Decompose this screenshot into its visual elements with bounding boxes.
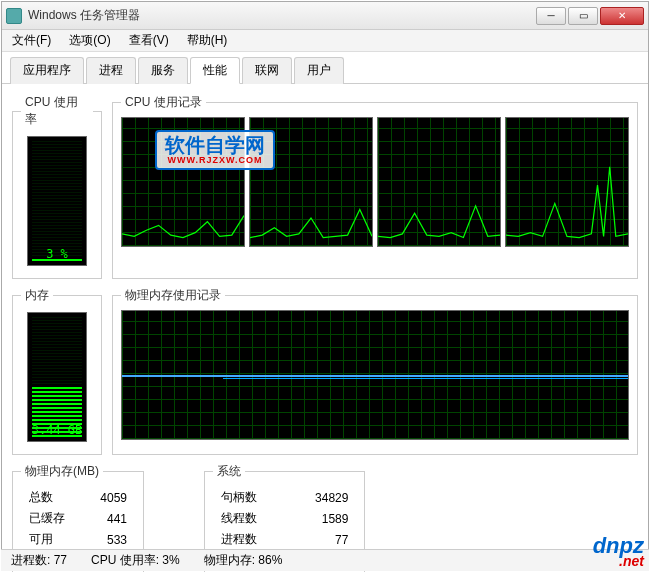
- cpu-graph-3: [505, 117, 629, 247]
- cpu-gauge-value: 3 %: [28, 247, 86, 261]
- memory-gauge: 3.44 GB: [27, 312, 87, 442]
- status-processes: 进程数: 77: [11, 552, 67, 569]
- cpu-graph-2: [377, 117, 501, 247]
- sys-threads-label: 线程数: [215, 509, 277, 528]
- phys-cached-label: 已缓存: [23, 509, 71, 528]
- cpu-history-label: CPU 使用记录: [121, 94, 206, 111]
- cpu-usage-panel: CPU 使用率 3 %: [12, 94, 102, 279]
- site-logo: dnpz .net: [593, 536, 644, 568]
- memory-graph: [121, 310, 629, 440]
- menu-bar: 文件(F) 选项(O) 查看(V) 帮助(H): [2, 30, 648, 52]
- tab-processes[interactable]: 进程: [86, 57, 136, 84]
- phys-total-value: 4059: [73, 488, 133, 507]
- memory-panel: 内存 3.44 GB: [12, 287, 102, 455]
- sys-procs-label: 进程数: [215, 530, 277, 549]
- phys-cached-value: 441: [73, 509, 133, 528]
- performance-panel: CPU 使用率 3 % CPU 使用记录 内存: [2, 84, 648, 534]
- app-icon: [6, 8, 22, 24]
- cpu-history-panel: CPU 使用记录: [112, 94, 638, 279]
- menu-view[interactable]: 查看(V): [125, 30, 173, 51]
- tab-applications[interactable]: 应用程序: [10, 57, 84, 84]
- watermark-url: WWW.RJZXW.COM: [165, 156, 265, 166]
- sys-threads-value: 1589: [279, 509, 354, 528]
- phys-mem-title: 物理内存(MB): [21, 463, 103, 480]
- phys-avail-value: 533: [73, 530, 133, 549]
- status-bar: 进程数: 77 CPU 使用率: 3% 物理内存: 86%: [1, 549, 649, 571]
- close-button[interactable]: ✕: [600, 7, 644, 25]
- sys-handles-label: 句柄数: [215, 488, 277, 507]
- status-cpu: CPU 使用率: 3%: [91, 552, 180, 569]
- minimize-button[interactable]: ─: [536, 7, 566, 25]
- phys-total-label: 总数: [23, 488, 71, 507]
- maximize-button[interactable]: ▭: [568, 7, 598, 25]
- tab-performance[interactable]: 性能: [190, 57, 240, 84]
- memory-gauge-value: 3.44 GB: [28, 423, 86, 437]
- mem-history-panel: 物理内存使用记录: [112, 287, 638, 455]
- sys-handles-value: 34829: [279, 488, 354, 507]
- mem-history-label: 物理内存使用记录: [121, 287, 225, 304]
- tab-networking[interactable]: 联网: [242, 57, 292, 84]
- menu-file[interactable]: 文件(F): [8, 30, 55, 51]
- tab-services[interactable]: 服务: [138, 57, 188, 84]
- window-title: Windows 任务管理器: [28, 7, 536, 24]
- tab-strip: 应用程序 进程 服务 性能 联网 用户: [2, 52, 648, 84]
- tab-users[interactable]: 用户: [294, 57, 344, 84]
- title-bar: Windows 任务管理器 ─ ▭ ✕: [2, 2, 648, 30]
- status-memory: 物理内存: 86%: [204, 552, 283, 569]
- menu-help[interactable]: 帮助(H): [183, 30, 232, 51]
- cpu-usage-label: CPU 使用率: [21, 94, 93, 128]
- cpu-gauge: 3 %: [27, 136, 87, 266]
- system-title: 系统: [213, 463, 245, 480]
- menu-options[interactable]: 选项(O): [65, 30, 114, 51]
- memory-label: 内存: [21, 287, 53, 304]
- sys-procs-value: 77: [279, 530, 354, 549]
- watermark-overlay: 软件自学网 WWW.RJZXW.COM: [155, 130, 275, 170]
- phys-avail-label: 可用: [23, 530, 71, 549]
- watermark-title: 软件自学网: [165, 134, 265, 156]
